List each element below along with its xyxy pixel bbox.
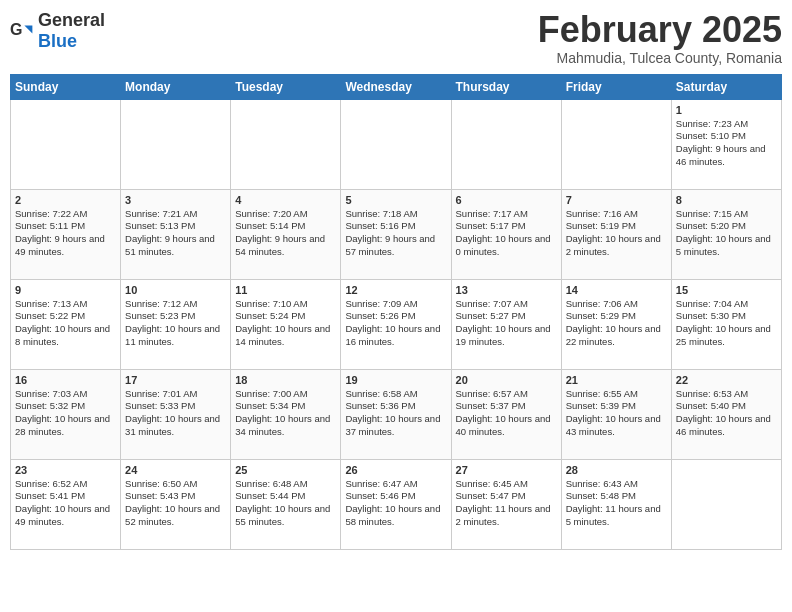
day-info: Sunrise: 6:55 AM Sunset: 5:39 PM Dayligh… bbox=[566, 388, 667, 439]
day-cell bbox=[451, 99, 561, 189]
day-info: Sunrise: 6:43 AM Sunset: 5:48 PM Dayligh… bbox=[566, 478, 667, 529]
day-cell: 27Sunrise: 6:45 AM Sunset: 5:47 PM Dayli… bbox=[451, 459, 561, 549]
day-number: 17 bbox=[125, 374, 226, 386]
day-cell: 5Sunrise: 7:18 AM Sunset: 5:16 PM Daylig… bbox=[341, 189, 451, 279]
day-cell: 24Sunrise: 6:50 AM Sunset: 5:43 PM Dayli… bbox=[121, 459, 231, 549]
day-info: Sunrise: 7:12 AM Sunset: 5:23 PM Dayligh… bbox=[125, 298, 226, 349]
logo-general-text: General bbox=[38, 10, 105, 30]
day-cell: 19Sunrise: 6:58 AM Sunset: 5:36 PM Dayli… bbox=[341, 369, 451, 459]
week-row-5: 23Sunrise: 6:52 AM Sunset: 5:41 PM Dayli… bbox=[11, 459, 782, 549]
week-row-4: 16Sunrise: 7:03 AM Sunset: 5:32 PM Dayli… bbox=[11, 369, 782, 459]
day-info: Sunrise: 7:18 AM Sunset: 5:16 PM Dayligh… bbox=[345, 208, 446, 259]
day-info: Sunrise: 7:23 AM Sunset: 5:10 PM Dayligh… bbox=[676, 118, 777, 169]
day-info: Sunrise: 6:58 AM Sunset: 5:36 PM Dayligh… bbox=[345, 388, 446, 439]
day-cell: 15Sunrise: 7:04 AM Sunset: 5:30 PM Dayli… bbox=[671, 279, 781, 369]
day-number: 16 bbox=[15, 374, 116, 386]
day-cell: 3Sunrise: 7:21 AM Sunset: 5:13 PM Daylig… bbox=[121, 189, 231, 279]
day-cell: 1Sunrise: 7:23 AM Sunset: 5:10 PM Daylig… bbox=[671, 99, 781, 189]
day-number: 21 bbox=[566, 374, 667, 386]
day-info: Sunrise: 6:57 AM Sunset: 5:37 PM Dayligh… bbox=[456, 388, 557, 439]
day-number: 1 bbox=[676, 104, 777, 116]
day-cell: 6Sunrise: 7:17 AM Sunset: 5:17 PM Daylig… bbox=[451, 189, 561, 279]
day-cell: 8Sunrise: 7:15 AM Sunset: 5:20 PM Daylig… bbox=[671, 189, 781, 279]
weekday-header-monday: Monday bbox=[121, 74, 231, 99]
day-info: Sunrise: 7:01 AM Sunset: 5:33 PM Dayligh… bbox=[125, 388, 226, 439]
day-cell: 13Sunrise: 7:07 AM Sunset: 5:27 PM Dayli… bbox=[451, 279, 561, 369]
day-number: 6 bbox=[456, 194, 557, 206]
day-cell: 18Sunrise: 7:00 AM Sunset: 5:34 PM Dayli… bbox=[231, 369, 341, 459]
day-number: 23 bbox=[15, 464, 116, 476]
day-cell: 22Sunrise: 6:53 AM Sunset: 5:40 PM Dayli… bbox=[671, 369, 781, 459]
day-number: 15 bbox=[676, 284, 777, 296]
day-number: 28 bbox=[566, 464, 667, 476]
location-subtitle: Mahmudia, Tulcea County, Romania bbox=[538, 50, 782, 66]
title-block: February 2025 Mahmudia, Tulcea County, R… bbox=[538, 10, 782, 66]
day-info: Sunrise: 7:03 AM Sunset: 5:32 PM Dayligh… bbox=[15, 388, 116, 439]
day-number: 2 bbox=[15, 194, 116, 206]
day-cell: 11Sunrise: 7:10 AM Sunset: 5:24 PM Dayli… bbox=[231, 279, 341, 369]
day-number: 22 bbox=[676, 374, 777, 386]
day-info: Sunrise: 6:53 AM Sunset: 5:40 PM Dayligh… bbox=[676, 388, 777, 439]
logo: G General Blue bbox=[10, 10, 105, 52]
calendar-table: SundayMondayTuesdayWednesdayThursdayFrid… bbox=[10, 74, 782, 550]
day-info: Sunrise: 7:06 AM Sunset: 5:29 PM Dayligh… bbox=[566, 298, 667, 349]
weekday-header-friday: Friday bbox=[561, 74, 671, 99]
week-row-3: 9Sunrise: 7:13 AM Sunset: 5:22 PM Daylig… bbox=[11, 279, 782, 369]
day-number: 18 bbox=[235, 374, 336, 386]
week-row-2: 2Sunrise: 7:22 AM Sunset: 5:11 PM Daylig… bbox=[11, 189, 782, 279]
day-info: Sunrise: 7:17 AM Sunset: 5:17 PM Dayligh… bbox=[456, 208, 557, 259]
day-info: Sunrise: 7:07 AM Sunset: 5:27 PM Dayligh… bbox=[456, 298, 557, 349]
day-number: 24 bbox=[125, 464, 226, 476]
day-number: 12 bbox=[345, 284, 446, 296]
month-title: February 2025 bbox=[538, 10, 782, 50]
weekday-header-saturday: Saturday bbox=[671, 74, 781, 99]
day-info: Sunrise: 6:45 AM Sunset: 5:47 PM Dayligh… bbox=[456, 478, 557, 529]
day-info: Sunrise: 6:48 AM Sunset: 5:44 PM Dayligh… bbox=[235, 478, 336, 529]
day-info: Sunrise: 6:47 AM Sunset: 5:46 PM Dayligh… bbox=[345, 478, 446, 529]
week-row-1: 1Sunrise: 7:23 AM Sunset: 5:10 PM Daylig… bbox=[11, 99, 782, 189]
day-info: Sunrise: 6:50 AM Sunset: 5:43 PM Dayligh… bbox=[125, 478, 226, 529]
day-number: 4 bbox=[235, 194, 336, 206]
day-info: Sunrise: 7:10 AM Sunset: 5:24 PM Dayligh… bbox=[235, 298, 336, 349]
day-cell bbox=[121, 99, 231, 189]
logo-blue-text: Blue bbox=[38, 31, 77, 51]
svg-text:G: G bbox=[10, 21, 22, 38]
day-info: Sunrise: 7:13 AM Sunset: 5:22 PM Dayligh… bbox=[15, 298, 116, 349]
day-cell: 26Sunrise: 6:47 AM Sunset: 5:46 PM Dayli… bbox=[341, 459, 451, 549]
day-cell: 16Sunrise: 7:03 AM Sunset: 5:32 PM Dayli… bbox=[11, 369, 121, 459]
day-number: 26 bbox=[345, 464, 446, 476]
day-cell: 14Sunrise: 7:06 AM Sunset: 5:29 PM Dayli… bbox=[561, 279, 671, 369]
day-number: 7 bbox=[566, 194, 667, 206]
day-cell bbox=[561, 99, 671, 189]
day-number: 13 bbox=[456, 284, 557, 296]
weekday-header-sunday: Sunday bbox=[11, 74, 121, 99]
page-header: G General Blue February 2025 Mahmudia, T… bbox=[10, 10, 782, 66]
day-cell: 7Sunrise: 7:16 AM Sunset: 5:19 PM Daylig… bbox=[561, 189, 671, 279]
day-info: Sunrise: 7:16 AM Sunset: 5:19 PM Dayligh… bbox=[566, 208, 667, 259]
day-cell bbox=[231, 99, 341, 189]
day-info: Sunrise: 7:20 AM Sunset: 5:14 PM Dayligh… bbox=[235, 208, 336, 259]
day-number: 9 bbox=[15, 284, 116, 296]
day-info: Sunrise: 7:15 AM Sunset: 5:20 PM Dayligh… bbox=[676, 208, 777, 259]
weekday-header-row: SundayMondayTuesdayWednesdayThursdayFrid… bbox=[11, 74, 782, 99]
day-number: 3 bbox=[125, 194, 226, 206]
day-cell: 21Sunrise: 6:55 AM Sunset: 5:39 PM Dayli… bbox=[561, 369, 671, 459]
day-number: 8 bbox=[676, 194, 777, 206]
day-cell bbox=[671, 459, 781, 549]
day-number: 14 bbox=[566, 284, 667, 296]
day-number: 11 bbox=[235, 284, 336, 296]
day-info: Sunrise: 7:00 AM Sunset: 5:34 PM Dayligh… bbox=[235, 388, 336, 439]
day-info: Sunrise: 7:09 AM Sunset: 5:26 PM Dayligh… bbox=[345, 298, 446, 349]
weekday-header-tuesday: Tuesday bbox=[231, 74, 341, 99]
weekday-header-wednesday: Wednesday bbox=[341, 74, 451, 99]
day-cell: 23Sunrise: 6:52 AM Sunset: 5:41 PM Dayli… bbox=[11, 459, 121, 549]
day-info: Sunrise: 7:22 AM Sunset: 5:11 PM Dayligh… bbox=[15, 208, 116, 259]
day-info: Sunrise: 6:52 AM Sunset: 5:41 PM Dayligh… bbox=[15, 478, 116, 529]
day-cell bbox=[341, 99, 451, 189]
day-cell: 25Sunrise: 6:48 AM Sunset: 5:44 PM Dayli… bbox=[231, 459, 341, 549]
day-number: 20 bbox=[456, 374, 557, 386]
day-number: 19 bbox=[345, 374, 446, 386]
day-cell: 12Sunrise: 7:09 AM Sunset: 5:26 PM Dayli… bbox=[341, 279, 451, 369]
day-info: Sunrise: 7:21 AM Sunset: 5:13 PM Dayligh… bbox=[125, 208, 226, 259]
svg-marker-1 bbox=[24, 25, 32, 33]
